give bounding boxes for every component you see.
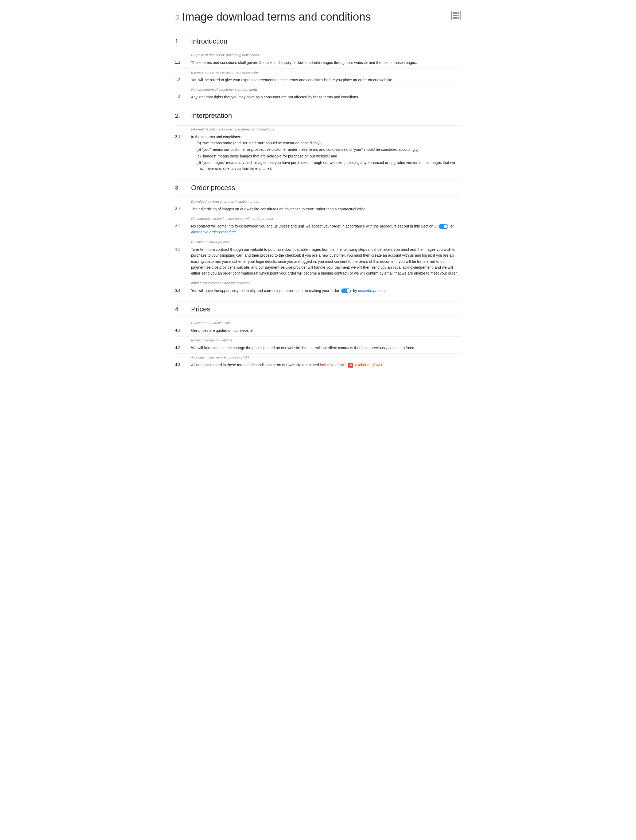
- toggle-3-2[interactable]: [439, 224, 448, 229]
- grid-cell: [458, 17, 460, 19]
- section-4: 4. Prices Prices quoted on website 4.1 O…: [175, 302, 461, 369]
- exclusive-vat-text: exclusive of VAT: [355, 363, 382, 367]
- section-4-num: 4.: [175, 306, 186, 313]
- section-4-heading: 4. Prices: [175, 302, 461, 317]
- list-item-2-1-d: (d) "your images" means any such images …: [197, 159, 461, 172]
- page-title-area: 3 Image download terms and conditions: [175, 11, 371, 23]
- section-4-annotation: Prices quoted on website: [175, 319, 461, 326]
- link-describe-process[interactable]: describe process: [358, 289, 386, 293]
- subsection-4-1-content: Our prices are quoted on our website.: [191, 327, 461, 333]
- grid-cell: [455, 17, 457, 19]
- page-header: 3 Image download terms and conditions: [175, 11, 461, 26]
- subsection-4-3-num: 4.3: [175, 362, 191, 368]
- section-3-heading: 3. Order process: [175, 180, 461, 196]
- subsection-1-1-content: These terms and conditions shall govern …: [191, 60, 461, 65]
- subsection-3-3-content: To enter into a contract through our web…: [191, 246, 461, 276]
- section-3-annotation: Download advertisement as invitation to …: [175, 197, 461, 205]
- subsection-3-1: 3.1 The advertising of images on our web…: [175, 205, 461, 214]
- subsection-3-4: 3.4 You will have the opportunity to ide…: [175, 286, 461, 295]
- section-2-title: Interpretation: [191, 112, 232, 120]
- subsection-2-1-content: In these terms and conditions: (a) "we" …: [191, 134, 461, 172]
- subsection-1-2-content: You will be asked to give your express a…: [191, 77, 461, 83]
- subsection-4-2-num: 4.2: [175, 345, 191, 351]
- subsection-1-1: 1.1 These terms and conditions shall gov…: [175, 58, 461, 67]
- subsection-1-3-content: Any statutory rights that you may have a…: [191, 94, 461, 100]
- section-1: 1. Introduction Purpose of document: gov…: [175, 34, 461, 102]
- subsection-2-1-intro: In these terms and conditions:: [191, 134, 461, 140]
- subsection-3-4-num: 3.4: [175, 288, 191, 294]
- subsection-3-4-content: You will have the opportunity to identif…: [191, 288, 461, 294]
- grid-view-icon[interactable]: [451, 11, 461, 21]
- subsection-3-1-content: The advertising of images on our website…: [191, 206, 461, 212]
- subsection-2-1-num: 2.1: [175, 134, 191, 172]
- annotation-3-3-pre: Downloads order process: [175, 238, 461, 245]
- subsection-3-1-num: 3.1: [175, 206, 191, 212]
- subsection-4-2: 4.2 We will from time to time change the…: [175, 343, 461, 352]
- subsection-1-3-num: 1.3: [175, 94, 191, 100]
- subsection-1-3: 1.3 Any statutory rights that you may ha…: [175, 93, 461, 102]
- inclusive-vat-text: inclusive of VAT: [320, 363, 346, 367]
- grid-cell: [458, 12, 460, 14]
- grid-cell: [455, 15, 457, 17]
- link-alternative-order-procedure[interactable]: alternative order procedure: [191, 230, 236, 234]
- section-1-num: 1.: [175, 38, 186, 45]
- subsection-1-1-num: 1.1: [175, 60, 191, 65]
- section-1-title: Introduction: [191, 37, 227, 46]
- toggle-3-4[interactable]: [341, 289, 351, 293]
- subsection-3-2-content: No contract will come into force between…: [191, 223, 461, 235]
- subsection-3-3: 3.3 To enter into a contract through our…: [175, 245, 461, 278]
- subsection-2-1: 2.1 In these terms and conditions: (a) "…: [175, 132, 461, 174]
- section-4-title: Prices: [191, 305, 210, 313]
- section-2: 2. Interpretation Informal definitions f…: [175, 108, 461, 174]
- annotation-3-4-pre: Input error correction and identificatio…: [175, 279, 461, 286]
- subsection-1-2: 1.2 You will be asked to give your expre…: [175, 76, 461, 84]
- annotation-1-3-pre: No abridgment of consumer statutory righ…: [175, 85, 461, 93]
- list-item-2-1-a: (a) "we" means name (and "us" and "our" …: [197, 140, 461, 146]
- section-1-annotation: Purpose of document: governing downloads: [175, 51, 461, 58]
- grid-cell: [453, 17, 455, 19]
- page-title: Image download terms and conditions: [182, 11, 371, 23]
- annotation-4-3-pre: Amounts inclusive or exclusive of VAT: [175, 354, 461, 360]
- subsection-3-2-num: 3.2: [175, 223, 191, 235]
- subsection-3-2: 3.2 No contract will come into force bet…: [175, 222, 461, 237]
- grid-cell: [455, 12, 457, 14]
- list-item-2-1-b: (b) "you" means our customer or prospect…: [197, 147, 461, 152]
- subsection-3-3-num: 3.3: [175, 246, 191, 276]
- section-2-num: 2.: [175, 112, 186, 119]
- subsection-4-1: 4.1 Our prices are quoted on our website…: [175, 326, 461, 335]
- annotation-3-2-pre: No contracts except in accordance with o…: [175, 215, 461, 222]
- section-3-title: Order process: [191, 184, 235, 192]
- subsection-4-1-num: 4.1: [175, 327, 191, 333]
- list-item-2-1-c: (c) "images" means those images that are…: [197, 153, 461, 159]
- section-3: 3. Order process Download advertisement …: [175, 180, 461, 295]
- grid-cell: [453, 12, 455, 14]
- subsection-4-3: 4.3 All amounts stated in these terms an…: [175, 360, 461, 369]
- grid-cell: [458, 15, 460, 17]
- annotation-4-2-pre: Prices changes on website: [175, 336, 461, 343]
- annotation-1-2-pre: Express agreement to document upon order: [175, 68, 461, 76]
- grid-cell: [453, 15, 455, 17]
- page-badge: 3: [175, 13, 179, 22]
- subsection-4-2-content: We will from time to time change the pri…: [191, 345, 461, 351]
- subsection-1-2-num: 1.2: [175, 77, 191, 83]
- section-2-annotation: Informal definitions for download terms …: [175, 125, 461, 132]
- section-2-heading: 2. Interpretation: [175, 108, 461, 123]
- or-badge: or: [348, 363, 353, 368]
- subsection-4-3-content: All amounts stated in these terms and co…: [191, 362, 461, 368]
- section-3-num: 3.: [175, 184, 186, 191]
- section-1-heading: 1. Introduction: [175, 34, 461, 49]
